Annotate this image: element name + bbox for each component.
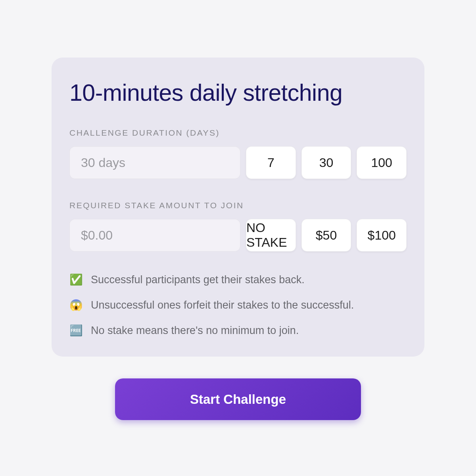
stake-option-50[interactable]: $50 bbox=[301, 219, 351, 251]
start-challenge-button[interactable]: Start Challenge bbox=[115, 378, 361, 420]
info-item-forfeit: 😱 Unsuccessful ones forfeit their stakes… bbox=[69, 299, 407, 311]
scream-icon: 😱 bbox=[69, 299, 83, 311]
duration-options-row: 7 30 100 bbox=[69, 146, 407, 179]
free-icon: 🆓 bbox=[69, 324, 83, 337]
challenge-title: 10-minutes daily stretching bbox=[69, 79, 407, 106]
stake-input[interactable] bbox=[69, 219, 240, 251]
info-text: Unsuccessful ones forfeit their stakes t… bbox=[91, 299, 354, 311]
duration-input[interactable] bbox=[69, 146, 240, 179]
duration-option-30[interactable]: 30 bbox=[301, 146, 351, 179]
stake-options-row: NO STAKE $50 $100 bbox=[69, 219, 407, 251]
info-text: No stake means there's no minimum to joi… bbox=[91, 324, 299, 337]
info-item-nostake: 🆓 No stake means there's no minimum to j… bbox=[69, 324, 407, 337]
info-item-success: ✅ Successful participants get their stak… bbox=[69, 273, 407, 286]
duration-label: CHALLENGE DURATION (DAYS) bbox=[69, 128, 407, 138]
info-text: Successful participants get their stakes… bbox=[91, 274, 305, 286]
stake-label: REQUIRED STAKE AMOUNT TO JOIN bbox=[69, 201, 407, 210]
duration-option-7[interactable]: 7 bbox=[246, 146, 296, 179]
info-list: ✅ Successful participants get their stak… bbox=[69, 273, 407, 337]
challenge-card: 10-minutes daily stretching CHALLENGE DU… bbox=[52, 58, 424, 357]
check-icon: ✅ bbox=[69, 273, 83, 286]
stake-option-100[interactable]: $100 bbox=[357, 219, 407, 251]
duration-option-100[interactable]: 100 bbox=[357, 146, 407, 179]
stake-option-nostake[interactable]: NO STAKE bbox=[246, 219, 296, 251]
